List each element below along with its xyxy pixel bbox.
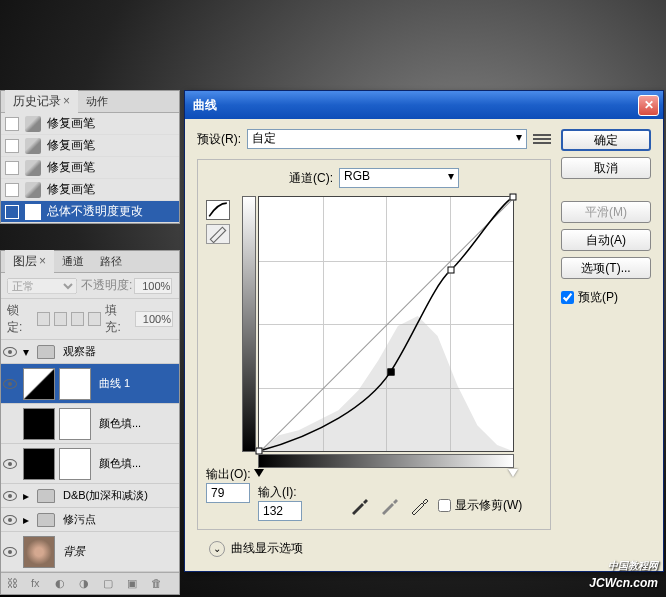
tab-paths[interactable]: 路径 — [92, 251, 130, 272]
dialog-title: 曲线 — [193, 97, 638, 114]
lock-label: 锁定: — [7, 302, 33, 336]
output-label: 输出(O): — [206, 466, 251, 483]
dialog-titlebar[interactable]: 曲线 ✕ — [185, 91, 663, 119]
fill-label: 填充: — [105, 302, 131, 336]
curve-line — [259, 197, 513, 451]
link-icon[interactable]: ⛓ — [7, 577, 23, 591]
channel-select[interactable]: RGB▾ — [339, 168, 459, 188]
brush-icon — [25, 116, 41, 132]
history-item[interactable]: 修复画笔 — [1, 157, 179, 179]
layer-fill[interactable]: 颜色填... — [1, 404, 179, 444]
layers-panel: 图层× 通道 路径 正常 不透明度: 锁定: 填充: ▾观察器 曲线 1 颜色填… — [0, 250, 180, 595]
black-point-slider[interactable] — [254, 469, 264, 477]
opacity-icon — [25, 204, 41, 220]
folder-icon — [37, 489, 55, 503]
input-input[interactable] — [258, 501, 302, 521]
visibility-icon[interactable] — [3, 347, 17, 357]
curve-point-active[interactable] — [387, 369, 394, 376]
trash-icon[interactable]: 🗑 — [151, 577, 167, 591]
tab-channels[interactable]: 通道 — [54, 251, 92, 272]
layer-group[interactable]: ▸修污点 — [1, 508, 179, 532]
curve-point[interactable] — [448, 266, 455, 273]
input-label: 输入(I): — [258, 485, 297, 499]
folder-icon — [37, 513, 55, 527]
opacity-label: 不透明度: — [81, 277, 132, 294]
tab-layers[interactable]: 图层× — [5, 250, 54, 273]
auto-button[interactable]: 自动(A) — [561, 229, 651, 251]
mask-thumbnail — [59, 368, 91, 400]
fill-thumbnail — [23, 408, 55, 440]
group-icon[interactable]: ▢ — [103, 577, 119, 591]
mask-thumbnail — [59, 408, 91, 440]
eyedropper-gray-icon[interactable] — [378, 497, 400, 515]
fill-input[interactable] — [135, 311, 173, 327]
folder-icon — [37, 345, 55, 359]
layer-background[interactable]: 背景 — [1, 532, 179, 572]
cancel-button[interactable]: 取消 — [561, 157, 651, 179]
preset-menu-icon[interactable] — [533, 131, 551, 147]
white-point-slider[interactable] — [508, 469, 518, 477]
opacity-input[interactable] — [134, 278, 172, 294]
chevron-down-icon: ⌄ — [209, 541, 225, 557]
curve-canvas[interactable] — [258, 196, 514, 452]
curve-pencil-tool[interactable] — [206, 224, 230, 244]
curves-dialog: 曲线 ✕ 预设(R): 自定▾ 通道(C): RGB▾ — [184, 90, 664, 572]
bg-thumbnail — [23, 536, 55, 568]
mask-thumbnail — [59, 448, 91, 480]
adjustment-icon[interactable]: ◑ — [79, 577, 95, 591]
fx-icon[interactable]: fx — [31, 577, 47, 591]
lock-position-icon[interactable] — [71, 312, 84, 326]
visibility-icon[interactable] — [3, 459, 17, 469]
tab-history[interactable]: 历史记录× — [5, 90, 78, 113]
eyedropper-white-icon[interactable] — [408, 497, 430, 515]
curves-thumbnail — [23, 368, 55, 400]
layer-fill[interactable]: 颜色填... — [1, 444, 179, 484]
ok-button[interactable]: 确定 — [561, 129, 651, 151]
brush-icon — [25, 182, 41, 198]
history-panel: 历史记录× 动作 修复画笔 修复画笔 修复画笔 修复画笔 总体不透明度更改 — [0, 90, 180, 224]
input-gradient — [258, 454, 514, 468]
fill-thumbnail — [23, 448, 55, 480]
visibility-icon[interactable] — [3, 515, 17, 525]
curves-group: 通道(C): RGB▾ — [197, 159, 551, 530]
preview-checkbox[interactable]: 预览(P) — [561, 289, 651, 306]
preset-label: 预设(R): — [197, 131, 241, 148]
output-input[interactable] — [206, 483, 250, 503]
tab-close-icon[interactable]: × — [63, 94, 70, 108]
visibility-icon[interactable] — [3, 491, 17, 501]
mask-icon[interactable]: ◐ — [55, 577, 71, 591]
preset-select[interactable]: 自定▾ — [247, 129, 527, 149]
eyedropper-black-icon[interactable] — [348, 497, 370, 515]
history-item[interactable]: 修复画笔 — [1, 135, 179, 157]
brush-icon — [25, 138, 41, 154]
close-button[interactable]: ✕ — [638, 95, 659, 116]
visibility-icon[interactable] — [3, 547, 17, 557]
brush-icon — [25, 160, 41, 176]
tab-actions[interactable]: 动作 — [78, 91, 116, 112]
lock-pixels-icon[interactable] — [54, 312, 67, 326]
expand-display-options[interactable]: ⌄ 曲线显示选项 — [209, 540, 551, 557]
visibility-icon[interactable] — [3, 379, 17, 389]
channel-label: 通道(C): — [289, 170, 333, 187]
layer-group[interactable]: ▾观察器 — [1, 340, 179, 364]
blend-mode-select[interactable]: 正常 — [7, 278, 77, 294]
history-item-selected[interactable]: 总体不透明度更改 — [1, 201, 179, 223]
new-layer-icon[interactable]: ▣ — [127, 577, 143, 591]
lock-transparency-icon[interactable] — [37, 312, 50, 326]
output-gradient — [242, 196, 256, 452]
history-item[interactable]: 修复画笔 — [1, 113, 179, 135]
curve-point[interactable] — [510, 194, 517, 201]
curve-point-tool[interactable] — [206, 200, 230, 220]
history-list: 修复画笔 修复画笔 修复画笔 修复画笔 总体不透明度更改 — [1, 113, 179, 223]
layer-group[interactable]: ▸D&B(加深和减淡) — [1, 484, 179, 508]
options-button[interactable]: 选项(T)... — [561, 257, 651, 279]
show-clipping-checkbox[interactable]: 显示修剪(W) — [438, 497, 522, 514]
lock-all-icon[interactable] — [88, 312, 101, 326]
smooth-button: 平滑(M) — [561, 201, 651, 223]
watermark: 中国教程网 JCWcn.com — [589, 559, 658, 591]
history-item[interactable]: 修复画笔 — [1, 179, 179, 201]
layer-curves[interactable]: 曲线 1 — [1, 364, 179, 404]
